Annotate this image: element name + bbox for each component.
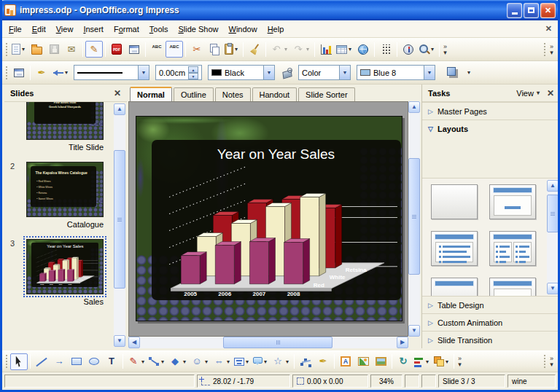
redo-button[interactable]: ↷▾ [290,41,312,58]
line-style-combo[interactable]: ▼ [74,65,149,80]
fill-type-dropdown-icon[interactable]: ▼ [339,66,350,79]
send-email-button[interactable]: ✉ [63,41,80,58]
tab-slide-sorter[interactable]: Slide Sorter [298,87,354,101]
menu-help[interactable]: Help [262,22,289,36]
slide-list-item[interactable]: 3Year on Year Sales2005200620072008RedWh… [9,239,112,306]
cut-button[interactable]: ✂ [188,41,206,58]
slides-panel-close-icon[interactable]: ✕ [114,88,121,98]
cursor-position[interactable]: 28.02 / -1.79 [197,375,290,388]
object-size[interactable]: 0.00 x 0.00 [292,375,368,388]
layouts-scrollbar[interactable]: ▲ ▼ [547,180,559,294]
basic-shapes-dropdown-icon[interactable]: ▾ [182,358,187,365]
scroll-down-icon[interactable]: ▼ [547,283,559,294]
close-button[interactable]: ✕ [540,3,556,18]
paste-button[interactable]: ▾ [223,41,241,58]
curve-dropdown-icon[interactable]: ▾ [140,358,146,365]
stars-dropdown-icon[interactable]: ▾ [284,358,290,365]
alignment-button[interactable]: ▾ [412,353,432,370]
spellcheck-button[interactable]: ABC [148,41,166,58]
slide-thumbnail-selected[interactable]: Year on Year Sales2005200620072008RedWhi… [26,239,104,294]
block-arrows-dropdown-icon[interactable]: ▾ [225,358,231,365]
impress-app-icon[interactable] [4,4,16,16]
toolbar-overflow-button[interactable]: »▾ [458,356,462,367]
hyperlink-button[interactable] [354,41,372,58]
status-small-2[interactable] [421,375,436,388]
tab-normal[interactable]: Normal [130,87,172,101]
menu-insert[interactable]: Insert [78,22,109,36]
menu-edit[interactable]: Edit [27,22,51,36]
paintcan-button[interactable] [278,64,295,81]
navigator-button[interactable] [400,41,417,58]
slides-scrollbar[interactable]: ▲ ▼ [114,103,125,347]
tasks-view-menu[interactable]: View [516,89,534,98]
chart-object[interactable]: Year on Year Sales2005200620072008RedWhi… [152,140,401,300]
tasks-panel-close-icon[interactable]: ✕ [547,88,554,98]
print-button[interactable] [125,41,143,58]
alignment-dropdown-icon[interactable]: ▾ [424,358,430,365]
menu-view[interactable]: View [51,22,79,36]
toolbar-grip[interactable] [542,42,546,58]
spin-down-icon[interactable]: ▼ [188,73,198,79]
menu-file[interactable]: File [4,22,27,36]
edit-points-button[interactable] [297,353,314,370]
connector-button[interactable]: ▾ [147,353,167,370]
toolbar-options-icon[interactable]: ▾ [466,69,472,76]
layout-title-empty[interactable] [489,278,536,296]
section-master-pages[interactable]: ▷Master Pages [422,102,560,119]
status-small-1[interactable] [405,375,419,388]
slide-indicator[interactable]: Slide 3 / 3 [438,375,505,388]
scroll-right-icon[interactable]: ▶ [397,337,408,348]
tab-notes[interactable]: Notes [215,87,251,101]
scroll-down-icon[interactable]: ▼ [114,335,125,347]
arrow-style-dropdown-icon[interactable]: ▾ [63,69,69,76]
scroll-up-icon[interactable]: ▲ [547,180,559,192]
fill-color-combo[interactable]: Blue 8 ▼ [357,65,435,80]
zoom-dropdown-icon[interactable]: ▾ [429,46,435,52]
section-table-design[interactable]: ▷Table Design [422,296,560,313]
toolbar-grip[interactable] [4,65,8,81]
display-grid-button[interactable] [377,41,394,58]
callouts-dropdown-icon[interactable]: ▾ [262,358,268,365]
slide-list-item[interactable]: Fine wines fromGreek Island VineyardsTit… [9,102,112,152]
from-file-button[interactable] [354,353,372,370]
arrow-style-button[interactable]: ▾ [50,64,71,81]
maximize-button[interactable] [524,3,539,18]
horizontal-scrollbar[interactable]: ◀ ▶ [128,337,408,348]
scroll-up-icon[interactable]: ▲ [114,103,125,115]
line-color-combo[interactable]: Black ▼ [208,65,275,80]
flowchart-button[interactable]: ▾ [233,353,252,370]
zoom-button[interactable]: ▾ [417,41,437,58]
vertical-scroll-thumb[interactable] [408,158,420,275]
slide-thumbnail[interactable]: The Kapaloa Wines Catalogue• Red Wines• … [26,162,104,217]
curve-button[interactable]: ✎▾ [125,353,147,370]
shadow-button[interactable] [444,64,462,81]
line-style-dropdown-icon[interactable]: ▼ [138,66,149,79]
export-pdf-button[interactable]: PDF [108,41,125,58]
toolbar-grip[interactable] [4,353,8,369]
undo-dropdown-icon[interactable]: ▾ [283,46,289,52]
section-slide-transition[interactable]: ▷Slide Transition [422,331,560,348]
layout-title-only[interactable] [431,278,478,296]
menu-slide-show[interactable]: Slide Show [173,22,223,36]
rectangle-button[interactable] [68,353,85,370]
auto-spellcheck-button[interactable]: ABC [166,41,183,58]
new-document-button[interactable]: ▾ [10,41,28,58]
arrow-button[interactable]: → [50,353,68,370]
tasks-view-dropdown-icon[interactable]: ▾ [537,90,540,96]
glue-points-button[interactable]: ✒ [314,353,332,370]
document-close-icon[interactable]: ✕ [545,24,552,34]
text-button[interactable]: T [103,353,120,370]
select-button[interactable] [10,353,28,370]
toolbar-grip[interactable] [4,42,8,58]
scroll-up-icon[interactable]: ▲ [408,101,420,113]
vertical-scrollbar[interactable]: ▲ ▼ [408,101,420,337]
tab-handout[interactable]: Handout [252,87,298,101]
insert-table-dropdown-icon[interactable]: ▾ [347,46,353,52]
undo-button[interactable]: ↶▾ [268,41,290,58]
toolbar-overflow-button[interactable]: »▾ [550,44,553,55]
zoom-level[interactable]: 34% [370,375,402,388]
edit-file-button[interactable]: ✎ [85,41,103,58]
line-width-spinner[interactable]: 0.00cm ▲ ▼ [155,65,202,80]
insert-table-button[interactable]: ▾ [335,41,354,58]
ellipse-button[interactable] [85,353,103,370]
